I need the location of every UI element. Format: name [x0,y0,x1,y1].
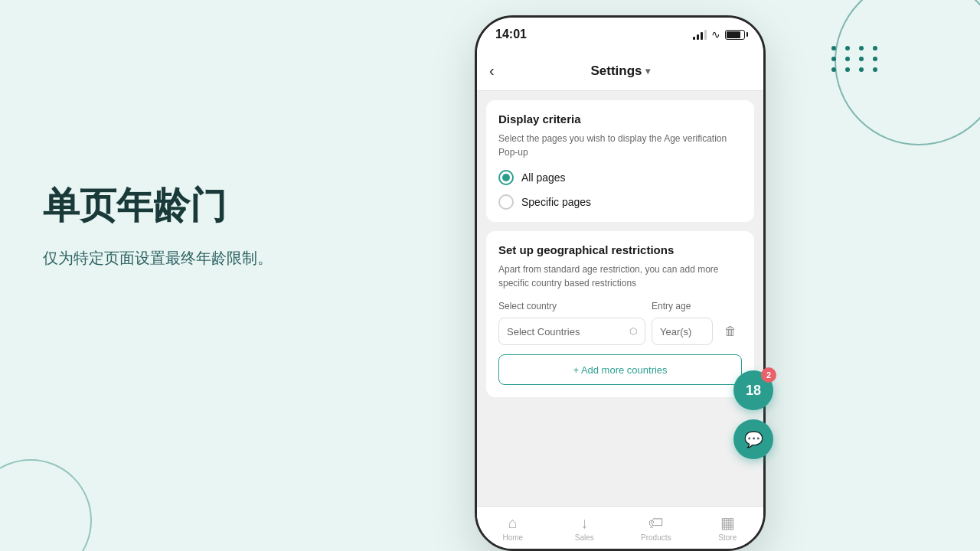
geo-title: Set up geographical restrictions [498,243,742,256]
battery-icon [725,30,745,40]
home-icon: ⌂ [508,514,518,532]
radio-inner-all [502,174,510,181]
fab-chat-button[interactable]: 💬 [733,419,773,459]
status-bar: 14:01 ∿ [477,18,763,51]
chat-icon: 💬 [744,430,763,448]
wifi-icon: ∿ [711,28,720,41]
phone-container: 14:01 ∿ ‹ Sett [475,15,766,551]
geo-label-row: Select country Entry age [498,301,742,311]
country-select[interactable]: Select Countries ⬡ [498,318,645,345]
entry-age-input[interactable]: Year(s) [652,318,713,345]
display-criteria-card: Display criteria Select the pages you wi… [486,100,754,222]
tab-store-label: Store [718,533,737,542]
entry-age-label: Entry age [652,301,713,311]
tab-products-label: Products [641,533,671,542]
fab-container: 18 2 💬 [733,370,773,459]
back-button[interactable]: ‹ [489,62,495,80]
radio-all-pages[interactable]: All pages [498,170,742,185]
fab-main-button[interactable]: 18 2 [733,370,773,410]
main-title: 单页年龄门 [43,184,273,228]
content-area: Display criteria Select the pages you wi… [477,91,763,506]
add-countries-button[interactable]: + Add more countries [498,354,742,385]
tab-products[interactable]: 🏷 Products [620,514,692,542]
products-icon: 🏷 [648,514,664,532]
status-icons: ∿ [693,28,745,41]
phone-frame: 14:01 ∿ ‹ Sett [475,15,766,551]
tab-home[interactable]: ⌂ Home [477,514,549,542]
fab-age-text: 18 [746,383,761,399]
bg-dots-decoration [831,46,880,72]
select-arrow-icon: ⬡ [629,326,637,337]
nav-title: Settings ▾ [590,64,649,79]
country-row: Select Countries ⬡ Year(s) 🗑 [498,318,742,345]
subtitle: 仅为特定页面设置最终年龄限制。 [43,246,273,269]
country-select-text: Select Countries [507,326,580,337]
bg-circle-decoration [835,0,980,145]
fab-badge: 2 [761,367,776,383]
sales-icon: ↓ [580,514,588,532]
status-time: 14:01 [495,28,527,41]
radio-group: All pages Specific pages [498,170,742,210]
geo-restrictions-card: Set up geographical restrictions Apart f… [486,231,754,397]
tab-bar: ⌂ Home ↓ Sales 🏷 Products ▦ Store [477,506,763,549]
radio-label-all: All pages [521,171,566,184]
radio-circle-all [498,170,514,185]
radio-label-specific: Specific pages [521,196,591,208]
signal-icon [693,29,707,40]
store-icon: ▦ [720,514,735,532]
dropdown-icon[interactable]: ▾ [645,66,650,77]
bg-circle-bottom-decoration [0,459,92,551]
left-panel: 单页年龄门 仅为特定页面设置最终年龄限制。 [43,184,273,269]
display-criteria-desc: Select the pages you wish to display the… [498,132,742,159]
tab-sales[interactable]: ↓ Sales [549,514,621,542]
country-label: Select country [498,301,645,311]
display-criteria-title: Display criteria [498,112,742,126]
radio-specific-pages[interactable]: Specific pages [498,194,742,210]
tab-store[interactable]: ▦ Store [692,514,764,542]
delete-row-button[interactable]: 🗑 [719,320,742,343]
radio-circle-specific [498,194,514,210]
tab-home-label: Home [502,533,523,542]
phone-screen: 14:01 ∿ ‹ Sett [477,18,763,549]
geo-desc: Apart from standard age restriction, you… [498,262,742,290]
tab-sales-label: Sales [575,533,594,542]
nav-bar: ‹ Settings ▾ [477,51,763,91]
